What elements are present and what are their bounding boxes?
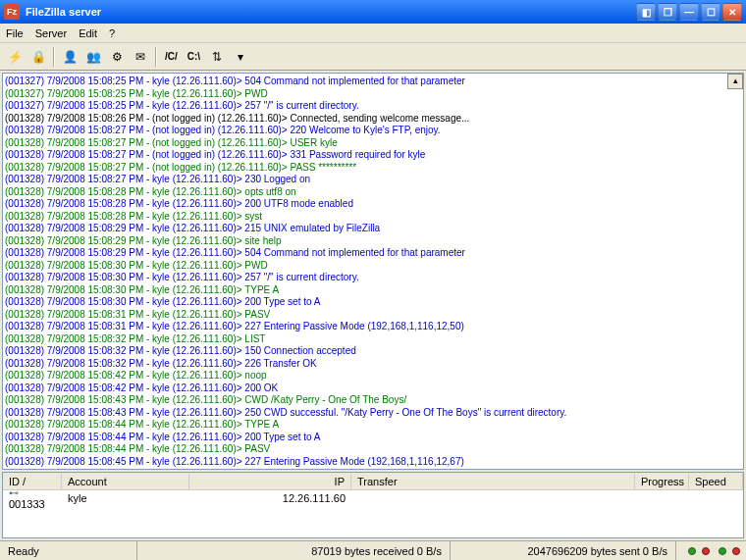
log-line: (001328) 7/9/2008 15:08:26 PM - (not log… (5, 113, 741, 126)
toolbar: ⚡ 🔒 👤 👥 ⚙ ✉ /C/ C:\ ⇅ ▾ (0, 43, 746, 71)
header-transfer[interactable]: Transfer (351, 474, 635, 489)
log-line: (001328) 7/9/2008 15:08:42 PM - kyle (12… (5, 370, 741, 382)
log-line: (001328) 7/9/2008 15:08:27 PM - (not log… (5, 149, 741, 162)
menu-edit[interactable]: Edit (79, 27, 97, 39)
restore1-button[interactable]: ❐ (658, 3, 677, 21)
log-line: (001328) 7/9/2008 15:08:29 PM - kyle (12… (5, 247, 741, 260)
log-line: (001328) 7/9/2008 15:08:27 PM - (not log… (5, 125, 741, 137)
log-line: (001328) 7/9/2008 15:08:44 PM - kyle (12… (5, 443, 741, 456)
log-pane[interactable]: ▴ (001327) 7/9/2008 15:08:25 PM - kyle (… (2, 73, 744, 470)
window-title: FileZilla server (26, 6, 636, 18)
connection-row[interactable]: ⊷001333kyle12.26.111.60 (3, 490, 743, 506)
separator (155, 47, 157, 67)
log-line: (001328) 7/9/2008 15:08:30 PM - kyle (12… (5, 272, 741, 284)
log-line: (001328) 7/9/2008 15:08:44 PM - kyle (12… (5, 432, 741, 444)
log-line: (001328) 7/9/2008 15:08:43 PM - kyle (12… (5, 394, 741, 407)
status-ready: Ready (0, 541, 137, 560)
drive-button-1[interactable]: /C/ (161, 46, 182, 68)
settings-icon[interactable]: ⚙ (106, 46, 128, 68)
log-line: (001328) 7/9/2008 15:08:30 PM - kyle (12… (5, 284, 741, 297)
statusbar: Ready 87019 bytes received 0 B/s 2047696… (0, 540, 746, 560)
led-red-icon (702, 547, 710, 555)
connections-pane: ID / Account IP Transfer Progress Speed … (2, 472, 744, 538)
log-line: (001328) 7/9/2008 15:08:27 PM - (not log… (5, 137, 741, 150)
drive-button-2[interactable]: C:\ (184, 46, 204, 68)
help-button[interactable]: ◧ (636, 3, 656, 21)
close-button[interactable]: ✕ (722, 3, 742, 21)
scroll-up-icon[interactable]: ▴ (727, 74, 743, 89)
log-line: (001327) 7/9/2008 15:08:25 PM - kyle (12… (5, 100, 741, 113)
lightning-icon[interactable]: ⚡ (4, 46, 26, 68)
log-line: (001328) 7/9/2008 15:08:44 PM - kyle (12… (5, 419, 741, 432)
led-red-icon (732, 547, 740, 555)
log-line: (001328) 7/9/2008 15:08:42 PM - kyle (12… (5, 382, 741, 395)
titlebar[interactable]: Fz FileZilla server ◧ ❐ — ☐ ✕ (0, 0, 746, 24)
log-line: (001328) 7/9/2008 15:08:43 PM - kyle (12… (5, 407, 741, 420)
separator (53, 47, 55, 67)
connection-icon: ⊷ (9, 487, 21, 498)
menu-file[interactable]: File (6, 27, 24, 39)
log-line: (001328) 7/9/2008 15:08:29 PM - kyle (12… (5, 223, 741, 235)
header-progress[interactable]: Progress (635, 474, 689, 489)
log-line: (001328) 7/9/2008 15:08:32 PM - kyle (12… (5, 358, 741, 371)
menu-server[interactable]: Server (35, 27, 67, 39)
maximize-button[interactable]: ☐ (701, 3, 720, 21)
log-line: (001328) 7/9/2008 15:08:31 PM - kyle (12… (5, 321, 741, 333)
log-line: (001328) 7/9/2008 15:08:32 PM - kyle (12… (5, 345, 741, 358)
header-ip[interactable]: IP (189, 474, 351, 489)
header-speed[interactable]: Speed (689, 474, 743, 489)
log-line: (001328) 7/9/2008 15:08:28 PM - kyle (12… (5, 186, 741, 199)
log-line: (001328) 7/9/2008 15:08:29 PM - kyle (12… (5, 235, 741, 248)
log-line: (001328) 7/9/2008 15:08:28 PM - kyle (12… (5, 211, 741, 224)
log-line: (001328) 7/9/2008 15:08:31 PM - kyle (12… (5, 309, 741, 322)
app-icon: Fz (4, 4, 20, 20)
led-green-icon (688, 547, 696, 555)
header-account[interactable]: Account (62, 474, 189, 489)
connections-header: ID / Account IP Transfer Progress Speed (3, 473, 743, 490)
users-icon[interactable]: 👥 (82, 46, 104, 68)
status-sent: 2047696209 bytes sent 0 B/s (451, 541, 676, 560)
menubar: File Server Edit ? (0, 24, 746, 43)
led-green-icon (719, 547, 726, 555)
log-line: (001328) 7/9/2008 15:08:30 PM - kyle (12… (5, 260, 741, 273)
log-line: (001328) 7/9/2008 15:08:27 PM - kyle (12… (5, 174, 741, 186)
sort-icon[interactable]: ⇅ (206, 46, 228, 68)
log-line: (001328) 7/9/2008 15:08:30 PM - kyle (12… (5, 296, 741, 309)
mail-icon[interactable]: ✉ (130, 46, 151, 68)
status-received: 87019 bytes received 0 B/s (137, 541, 451, 560)
log-line: (001328) 7/9/2008 15:08:45 PM - kyle (12… (5, 456, 741, 469)
log-line: (001328) 7/9/2008 15:08:28 PM - kyle (12… (5, 198, 741, 211)
minimize-button[interactable]: — (679, 3, 699, 21)
dropdown-icon[interactable]: ▾ (230, 46, 251, 68)
log-line: (001327) 7/9/2008 15:08:25 PM - kyle (12… (5, 88, 741, 101)
log-line: (001327) 7/9/2008 15:08:25 PM - kyle (12… (5, 76, 741, 88)
log-line: (001328) 7/9/2008 15:08:45 PM - kyle (12… (5, 468, 741, 470)
log-line: (001328) 7/9/2008 15:08:27 PM - (not log… (5, 162, 741, 175)
lock-icon[interactable]: 🔒 (27, 46, 49, 68)
log-line: (001328) 7/9/2008 15:08:32 PM - kyle (12… (5, 333, 741, 346)
user-icon[interactable]: 👤 (59, 46, 80, 68)
menu-help[interactable]: ? (109, 27, 115, 39)
